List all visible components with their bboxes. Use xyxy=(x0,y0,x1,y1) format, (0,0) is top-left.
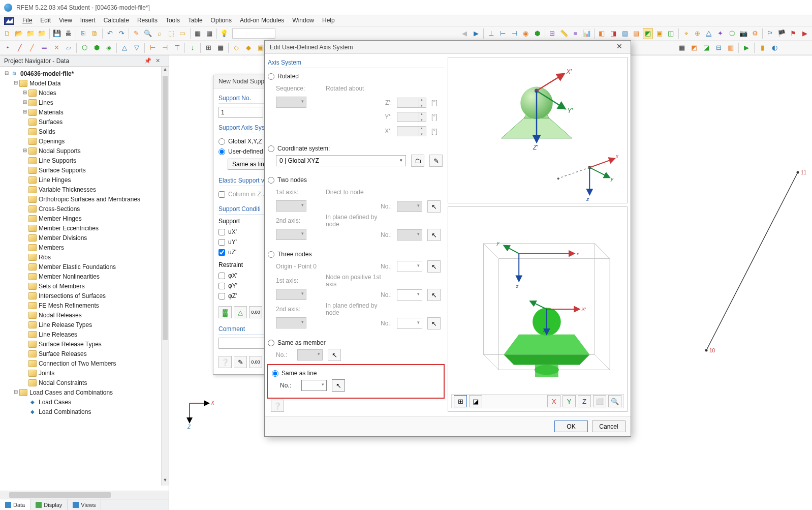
tb-new-icon[interactable]: 🗋 xyxy=(2,28,13,39)
tb-undo-icon[interactable]: ↶ xyxy=(105,28,115,39)
pick-coord-icon[interactable]: 🗀 xyxy=(411,155,424,167)
preview-iso-icon[interactable]: ⬜ xyxy=(593,395,606,407)
preview-zoom-icon[interactable]: 🔍 xyxy=(608,395,621,407)
tb2-o1-icon[interactable]: ◇ xyxy=(231,42,242,53)
pin-icon[interactable]: 📌 xyxy=(144,57,151,65)
tree-root[interactable]: 🗎004636-model-file* xyxy=(0,69,169,78)
support-no-input[interactable] xyxy=(218,107,263,118)
tb2-line-icon[interactable]: ╱ xyxy=(14,42,25,53)
tb-ruler-icon[interactable]: 📏 xyxy=(558,28,569,39)
tree-surf-rel-types[interactable]: Surface Release Types xyxy=(0,339,169,349)
tb-render1-icon[interactable]: ⬢ xyxy=(532,28,543,39)
tb2-member-icon[interactable]: ═ xyxy=(39,42,50,53)
tb-open2-icon[interactable]: 📁 xyxy=(25,28,36,39)
tb2-r5-icon[interactable]: ▥ xyxy=(725,42,736,53)
tree-joints[interactable]: Joints xyxy=(0,368,169,378)
edit-coord-icon[interactable]: ✎ xyxy=(429,155,443,167)
tree-member-div[interactable]: Member Divisions xyxy=(0,233,169,243)
tree-nodal-supports[interactable]: Nodal Supports xyxy=(0,146,169,156)
axis-help-icon[interactable]: ❔ xyxy=(271,400,284,412)
tb2-s1-icon[interactable]: ⬡ xyxy=(79,42,90,53)
tree-load-cases[interactable]: ◆Load Cases xyxy=(0,397,169,407)
tb-r5-icon[interactable]: ◩ xyxy=(643,28,653,39)
tb-mesh-icon[interactable]: ⊞ xyxy=(547,28,558,39)
menu-table[interactable]: Table xyxy=(184,15,207,26)
tree-surface-supports[interactable]: Surface Supports xyxy=(0,165,169,175)
tb2-play-icon[interactable]: ▶ xyxy=(741,42,752,53)
preview-vz-icon[interactable]: Z xyxy=(578,395,591,407)
tb-r2-icon[interactable]: ◨ xyxy=(608,28,619,39)
tb2-lgd-icon[interactable]: ▮ xyxy=(757,42,768,53)
tb2-tbl-icon[interactable]: ▦ xyxy=(215,42,226,53)
tb-select-icon[interactable]: ⬚ xyxy=(166,28,176,39)
tree-ortho[interactable]: Orthotropic Surfaces and Membranes xyxy=(0,194,169,204)
tb2-node-icon[interactable]: • xyxy=(2,42,13,53)
tb-folder-icon[interactable]: 📁 xyxy=(37,28,47,39)
tb2-line2-icon[interactable]: ╱ xyxy=(26,42,38,53)
tb-grid1-icon[interactable]: ▦ xyxy=(193,28,203,39)
tb-edit-icon[interactable]: ✎ xyxy=(131,28,142,39)
tree-line-rel-types[interactable]: Line Release Types xyxy=(0,320,169,329)
tree-nodal-constr[interactable]: Nodal Constraints xyxy=(0,378,169,387)
navigator-vscroll[interactable]: ▲▼ xyxy=(161,67,169,486)
tree-fe-mesh[interactable]: FE Mesh Refinements xyxy=(0,301,169,310)
tree-lines[interactable]: Lines xyxy=(0,98,169,107)
tree-cross-sections[interactable]: Cross-Sections xyxy=(0,204,169,214)
tree-elastic-found[interactable]: Member Elastic Foundations xyxy=(0,262,169,272)
menu-results[interactable]: Results xyxy=(133,15,162,26)
tb-doc-icon[interactable]: 🗎 xyxy=(89,28,100,39)
tb-axis1-icon[interactable]: ⊥ xyxy=(486,28,496,39)
tree-materials[interactable]: Materials xyxy=(0,107,169,117)
tb-axis2-icon[interactable]: ⊢ xyxy=(497,28,508,39)
tree-model-data[interactable]: Model Data xyxy=(0,78,169,88)
tb-sym4-icon[interactable]: ⬡ xyxy=(727,28,737,39)
rotated-radio[interactable]: Rotated xyxy=(268,71,445,81)
preview-vy-icon[interactable]: Y xyxy=(563,395,576,407)
tb-sym1-icon[interactable]: ⌖ xyxy=(681,28,692,39)
tb-r6-icon[interactable]: ▣ xyxy=(654,28,665,39)
tree-line-hinges[interactable]: Line Hinges xyxy=(0,175,169,185)
tree-line-rel[interactable]: Line Releases xyxy=(0,329,169,339)
tb2-ld-icon[interactable]: ↓ xyxy=(187,42,198,53)
tb-axis3-icon[interactable]: ⊣ xyxy=(509,28,520,39)
tree-nonlin[interactable]: Member Nonlinearities xyxy=(0,272,169,281)
tb-save-icon[interactable]: 💾 xyxy=(52,28,63,39)
tb2-grid-icon[interactable]: ⊞ xyxy=(203,42,214,53)
tb2-r1-icon[interactable]: ▦ xyxy=(676,42,688,53)
tb-sym2-icon[interactable]: ⊕ xyxy=(692,28,703,39)
tb-zoom-icon[interactable]: 🔍 xyxy=(143,28,153,39)
tree-member-ecc[interactable]: Member Eccentricities xyxy=(0,223,169,233)
tree-openings[interactable]: Openings xyxy=(0,136,169,146)
line-no-combo[interactable] xyxy=(301,380,327,391)
menu-insert[interactable]: Insert xyxy=(76,15,100,26)
menu-calculate[interactable]: Calculate xyxy=(100,15,133,26)
tree-load-cases-group[interactable]: Load Cases and Combinations xyxy=(0,387,169,397)
tb-open-icon[interactable]: 📂 xyxy=(14,28,24,39)
tree-member-hinges[interactable]: Member Hinges xyxy=(0,214,169,223)
tb-screenshot-icon[interactable]: 📷 xyxy=(738,28,749,39)
two-nodes-radio[interactable]: Two nodes xyxy=(268,175,445,185)
tree-line-supports[interactable]: Line Supports xyxy=(0,156,169,165)
cancel-button[interactable]: Cancel xyxy=(592,421,626,432)
tb2-h2-icon[interactable]: ⊣ xyxy=(159,42,170,53)
navigator-hscroll[interactable] xyxy=(0,491,169,499)
tab-views[interactable]: Views xyxy=(68,499,101,510)
tb2-h1-icon[interactable]: ⊢ xyxy=(147,42,158,53)
tb2-r3-icon[interactable]: ◪ xyxy=(701,42,712,53)
tb-flag2-icon[interactable]: 🏴 xyxy=(776,28,787,39)
tb2-r4-icon[interactable]: ⊟ xyxy=(713,42,724,53)
close-icon[interactable]: ✕ xyxy=(613,42,626,52)
tree-nodes[interactable]: Nodes xyxy=(0,88,169,98)
tree-sets[interactable]: Sets of Members xyxy=(0,281,169,291)
tree-conn[interactable]: Connection of Two Members xyxy=(0,358,169,368)
edit-support-icon[interactable]: ✎ xyxy=(234,356,247,368)
tb-r1-icon[interactable]: ◧ xyxy=(597,28,607,39)
tb2-x-icon[interactable]: ✕ xyxy=(51,42,62,53)
tree-var-thick[interactable]: Variable Thicknesses xyxy=(0,185,169,194)
navigator-tree[interactable]: 🗎004636-model-file* Model Data Nodes Lin… xyxy=(0,67,169,491)
tb-r4-icon[interactable]: ▤ xyxy=(631,28,642,39)
tb-bulb-icon[interactable]: 💡 xyxy=(219,28,230,39)
preview-nav2-icon[interactable]: ◪ xyxy=(469,395,482,407)
pick-line-icon[interactable]: ↖ xyxy=(332,379,345,392)
tree-nodal-rel[interactable]: Nodal Releases xyxy=(0,310,169,320)
